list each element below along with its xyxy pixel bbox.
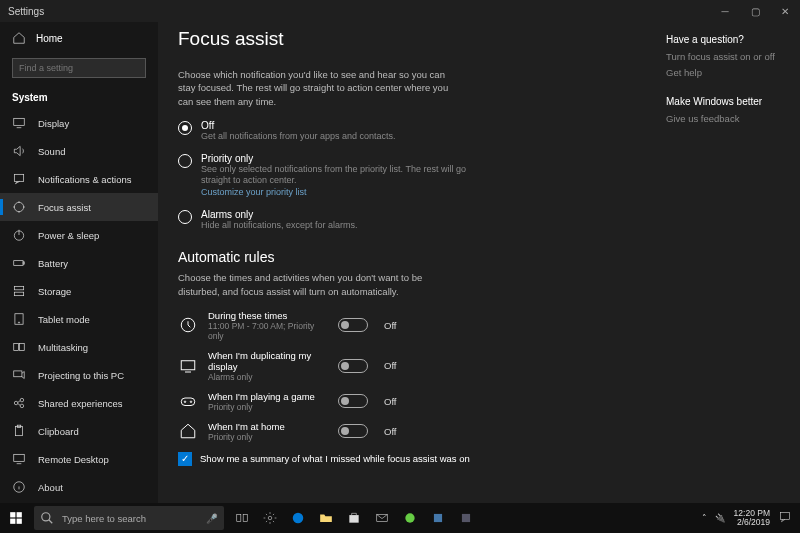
svg-rect-42 — [349, 515, 358, 523]
search-input[interactable] — [12, 58, 146, 78]
tablet-icon — [12, 312, 26, 326]
radio-label: Alarms only — [201, 209, 358, 220]
radio-priority-only[interactable]: Priority only See only selected notifica… — [178, 153, 780, 199]
toggle-switch[interactable] — [338, 394, 368, 408]
sidebar-item-about[interactable]: About — [0, 473, 158, 501]
rule-clock[interactable]: During these times 11:00 PM - 7:00 AM; P… — [178, 310, 780, 341]
sidebar-item-power[interactable]: Power & sleep — [0, 221, 158, 249]
clock-icon — [178, 315, 198, 335]
rule-subtitle: Alarms only — [208, 372, 328, 382]
svg-point-16 — [20, 398, 24, 402]
svg-rect-6 — [14, 261, 23, 266]
mail-icon[interactable] — [368, 503, 396, 533]
svg-point-30 — [184, 401, 186, 403]
minimize-button[interactable]: ─ — [710, 0, 740, 22]
rule-game[interactable]: When I'm playing a game Priority only Of… — [178, 391, 780, 412]
sidebar-item-label: Notifications & actions — [38, 174, 131, 185]
radio-label: Off — [201, 120, 396, 131]
radio-label: Priority only — [201, 153, 481, 164]
feedback-link[interactable]: Give us feedback — [666, 113, 786, 124]
sidebar-search[interactable] — [12, 57, 146, 78]
priority-link[interactable]: Customize your priority list — [201, 187, 481, 199]
radio-description: Hide all notifications, except for alarm… — [201, 220, 358, 232]
toggle-switch[interactable] — [338, 359, 368, 373]
maximize-button[interactable]: ▢ — [740, 0, 770, 22]
help-link-focus[interactable]: Turn focus assist on or off — [666, 51, 786, 62]
clock[interactable]: 12:20 PM 2/6/2019 — [734, 509, 770, 528]
svg-point-31 — [190, 401, 192, 403]
power-icon[interactable]: 🔌 — [715, 513, 726, 523]
svg-rect-32 — [10, 512, 15, 517]
sidebar-item-storage[interactable]: Storage — [0, 277, 158, 305]
rule-title: When I'm playing a game — [208, 391, 328, 402]
help-link-gethelp[interactable]: Get help — [666, 67, 786, 78]
sidebar-item-label: Clipboard — [38, 426, 79, 437]
sidebar-item-shared[interactable]: Shared experiences — [0, 389, 158, 417]
toggle-switch[interactable] — [338, 318, 368, 332]
help-panel: Have a question? Turn focus assist on or… — [666, 34, 786, 142]
window-title: Settings — [8, 6, 44, 17]
svg-point-44 — [405, 513, 414, 522]
taskbar-apps — [228, 503, 480, 533]
rule-title: During these times — [208, 310, 328, 321]
sidebar-item-focus[interactable]: Focus assist — [0, 193, 158, 221]
sidebar-item-tablet[interactable]: Tablet mode — [0, 305, 158, 333]
svg-line-19 — [18, 404, 20, 406]
toggle-switch[interactable] — [338, 424, 368, 438]
mic-icon[interactable]: 🎤 — [206, 513, 218, 524]
settings-app-icon[interactable] — [256, 503, 284, 533]
action-center-icon[interactable] — [778, 510, 792, 526]
sidebar-item-label: About — [38, 482, 63, 493]
svg-rect-7 — [23, 262, 24, 264]
app-icon-2[interactable] — [424, 503, 452, 533]
sidebar-item-display[interactable]: Display — [0, 109, 158, 137]
summary-checkbox-row[interactable]: ✓ Show me a summary of what I missed whi… — [178, 452, 780, 466]
home-icon — [178, 421, 198, 441]
svg-rect-2 — [14, 174, 23, 181]
svg-point-41 — [293, 513, 304, 524]
explorer-icon[interactable] — [312, 503, 340, 533]
home-button[interactable]: Home — [0, 25, 158, 51]
svg-point-11 — [18, 322, 19, 323]
sidebar-item-multitask[interactable]: Multitasking — [0, 333, 158, 361]
notifications-icon — [12, 172, 26, 186]
start-button[interactable] — [0, 503, 32, 533]
taskview-icon[interactable] — [228, 503, 256, 533]
about-icon — [12, 480, 26, 494]
radio-alarms-only[interactable]: Alarms only Hide all notifications, exce… — [178, 209, 780, 232]
radio-icon — [178, 154, 192, 168]
sidebar: Home System DisplaySoundNotifications & … — [0, 0, 158, 503]
svg-rect-46 — [462, 514, 470, 522]
taskbar-search[interactable]: Type here to search 🎤 — [34, 506, 224, 530]
rules-description: Choose the times and activities when you… — [178, 271, 458, 298]
checkmark-icon: ✓ — [178, 452, 192, 466]
svg-rect-38 — [237, 515, 241, 522]
sidebar-item-remote[interactable]: Remote Desktop — [0, 445, 158, 473]
rule-display[interactable]: When I'm duplicating my display Alarms o… — [178, 350, 780, 382]
svg-rect-8 — [14, 286, 23, 290]
sound-icon — [12, 144, 26, 158]
sidebar-item-clipboard[interactable]: Clipboard — [0, 417, 158, 445]
rule-home[interactable]: When I'm at home Priority only Off — [178, 421, 780, 442]
app-icon-1[interactable] — [396, 503, 424, 533]
close-button[interactable]: ✕ — [770, 0, 800, 22]
store-icon[interactable] — [340, 503, 368, 533]
app-icon-3[interactable] — [452, 503, 480, 533]
sidebar-item-sound[interactable]: Sound — [0, 137, 158, 165]
sidebar-item-label: Display — [38, 118, 69, 129]
home-label: Home — [36, 33, 63, 44]
shared-icon — [12, 396, 26, 410]
focus-icon — [12, 200, 26, 214]
svg-point-3 — [14, 202, 23, 211]
svg-point-17 — [20, 404, 24, 408]
rule-title: When I'm duplicating my display — [208, 350, 328, 372]
svg-rect-47 — [780, 512, 789, 519]
sidebar-item-battery[interactable]: Battery — [0, 249, 158, 277]
svg-rect-9 — [14, 292, 23, 296]
tray-overflow-icon[interactable]: ˄ — [702, 513, 707, 523]
sidebar-item-notifications[interactable]: Notifications & actions — [0, 165, 158, 193]
summary-checkbox-label: Show me a summary of what I missed while… — [200, 453, 470, 464]
sidebar-item-project[interactable]: Projecting to this PC — [0, 361, 158, 389]
edge-icon[interactable] — [284, 503, 312, 533]
titlebar: Settings ─ ▢ ✕ — [0, 0, 800, 22]
